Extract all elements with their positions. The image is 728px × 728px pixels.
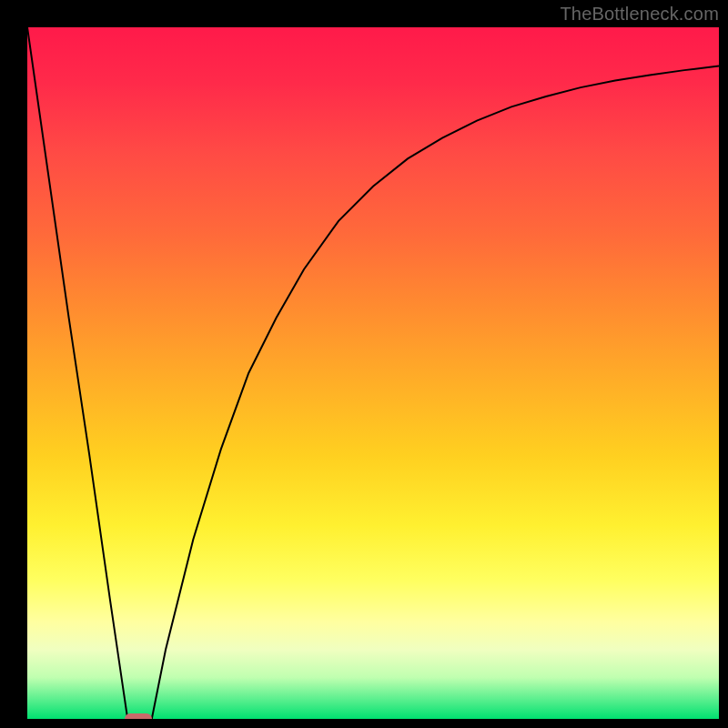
curve-right-branch: [152, 66, 719, 719]
curve-svg: [27, 27, 719, 719]
chart-frame: TheBottleneck.com: [0, 0, 728, 728]
watermark-text: TheBottleneck.com: [560, 4, 719, 25]
plot-area: [27, 27, 719, 719]
curve-left-branch: [27, 27, 127, 719]
bottleneck-marker: [125, 713, 152, 719]
